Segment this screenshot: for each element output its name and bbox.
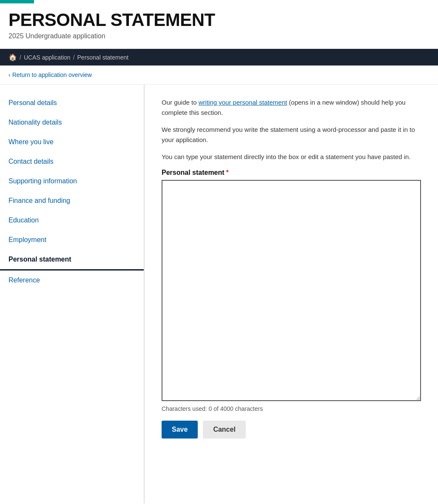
- required-star: *: [226, 169, 229, 176]
- top-accent-bar: [0, 0, 34, 3]
- sidebar-item-personal-details[interactable]: Personal details: [0, 93, 144, 113]
- page-header: PERSONAL STATEMENT 2025 Undergraduate ap…: [0, 3, 438, 49]
- sidebar-item-employment[interactable]: Employment: [0, 230, 144, 250]
- home-icon: 🏠: [9, 53, 17, 61]
- button-row: Save Cancel: [162, 421, 421, 439]
- save-button[interactable]: Save: [162, 421, 198, 439]
- personal-statement-label: Personal statement*: [162, 169, 421, 177]
- breadcrumb-ucas-application[interactable]: UCAS application: [24, 54, 71, 61]
- sidebar-item-where-you-live[interactable]: Where you live: [0, 132, 144, 152]
- cancel-button[interactable]: Cancel: [203, 421, 245, 439]
- sidebar-item-personal-statement[interactable]: Personal statement: [0, 250, 144, 271]
- intro-text-3: You can type your statement directly int…: [162, 152, 421, 162]
- page-subtitle: 2025 Undergraduate application: [9, 32, 429, 40]
- intro-text-1: Our guide to writing your personal state…: [162, 97, 421, 118]
- intro-prefix: Our guide to: [162, 99, 199, 106]
- sidebar-item-reference[interactable]: Reference: [0, 271, 144, 290]
- back-link-label: Return to application overview: [12, 71, 92, 78]
- back-to-overview-link[interactable]: ‹ Return to application overview: [9, 71, 429, 78]
- char-count-text: Characters used: 0 of 4000 characters: [162, 405, 421, 412]
- sidebar-item-education[interactable]: Education: [0, 211, 144, 230]
- content-area: Our guide to writing your personal state…: [145, 85, 438, 504]
- breadcrumb: 🏠 / UCAS application / Personal statemen…: [0, 49, 438, 65]
- personal-statement-textarea[interactable]: [162, 180, 421, 401]
- back-link-bar: ‹ Return to application overview: [0, 65, 438, 85]
- writing-guide-link[interactable]: writing your personal statement: [199, 99, 287, 106]
- sidebar-item-nationality-details[interactable]: Nationality details: [0, 113, 144, 132]
- main-layout: Personal details Nationality details Whe…: [0, 85, 438, 504]
- sidebar: Personal details Nationality details Whe…: [0, 85, 145, 504]
- sidebar-item-supporting-information[interactable]: Supporting information: [0, 171, 144, 191]
- chevron-left-icon: ‹: [9, 71, 11, 78]
- field-label-text: Personal statement: [162, 169, 225, 176]
- intro-text-2: We strongly recommend you write the stat…: [162, 125, 421, 145]
- page-title: PERSONAL STATEMENT: [9, 10, 429, 30]
- breadcrumb-separator: /: [20, 54, 21, 61]
- sidebar-item-finance-and-funding[interactable]: Finance and funding: [0, 191, 144, 211]
- breadcrumb-separator-2: /: [73, 54, 75, 61]
- breadcrumb-current: Personal statement: [77, 54, 129, 61]
- sidebar-item-contact-details[interactable]: Contact details: [0, 152, 144, 171]
